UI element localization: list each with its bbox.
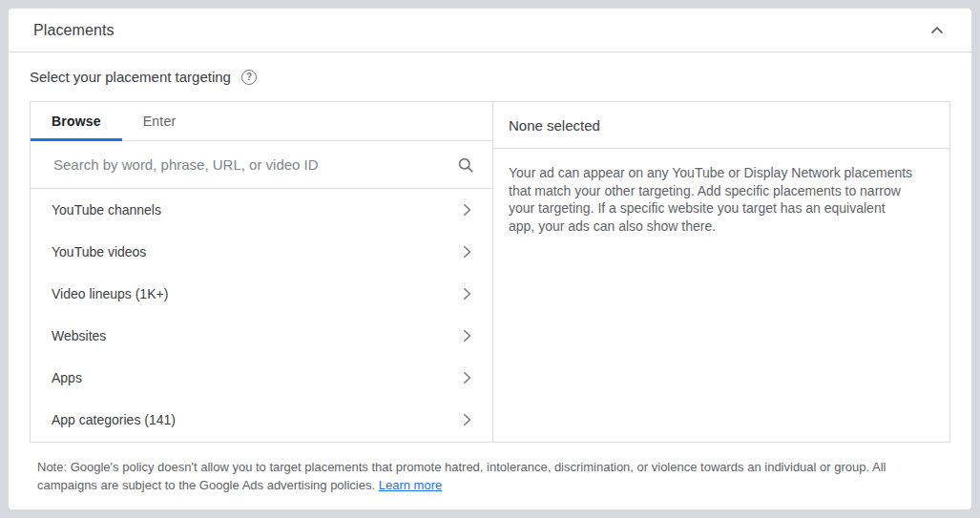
page-title: Placements bbox=[33, 22, 115, 39]
tab-browse-label: Browse bbox=[52, 114, 101, 129]
chevron-right-icon bbox=[458, 201, 475, 218]
list-item-youtube-videos[interactable]: YouTube videos bbox=[31, 231, 492, 273]
picker-tabs: Browse Enter bbox=[31, 102, 492, 141]
chevron-up-icon bbox=[928, 21, 947, 40]
tab-enter[interactable]: Enter bbox=[122, 102, 197, 140]
list-item-label: Websites bbox=[52, 328, 106, 343]
list-item-label: YouTube channels bbox=[52, 202, 161, 218]
selection-description: Your ad can appear on any YouTube or Dis… bbox=[493, 149, 928, 235]
placements-header: Placements bbox=[9, 9, 971, 52]
list-item-apps[interactable]: Apps bbox=[31, 357, 492, 399]
tab-enter-label: Enter bbox=[143, 114, 176, 129]
list-item-youtube-channels[interactable]: YouTube channels bbox=[31, 189, 492, 231]
browse-pane: Browse Enter bbox=[31, 102, 493, 442]
targeting-label-row: Select your placement targeting ? bbox=[30, 69, 950, 85]
chevron-right-icon bbox=[458, 327, 475, 344]
policy-note-text: Note: Google's policy doesn't allow you … bbox=[37, 460, 886, 492]
collapse-button[interactable] bbox=[926, 19, 949, 42]
search-icon bbox=[456, 155, 475, 175]
list-item-label: YouTube videos bbox=[52, 244, 146, 259]
selection-pane: None selected Your ad can appear on any … bbox=[493, 102, 949, 442]
chevron-right-icon bbox=[458, 369, 475, 386]
chevron-right-icon bbox=[458, 411, 475, 428]
category-list: YouTube channels YouTube videos bbox=[31, 189, 492, 442]
selection-header: None selected bbox=[493, 102, 949, 149]
tab-browse[interactable]: Browse bbox=[31, 102, 122, 140]
list-item-label: Apps bbox=[52, 370, 82, 385]
chevron-right-icon bbox=[458, 285, 475, 302]
policy-note: Note: Google's policy doesn't allow you … bbox=[30, 458, 950, 494]
placements-body: Select your placement targeting ? Browse… bbox=[9, 52, 971, 494]
help-icon[interactable]: ? bbox=[241, 70, 257, 85]
search-input[interactable] bbox=[52, 155, 456, 174]
chevron-right-icon bbox=[458, 243, 475, 260]
learn-more-link[interactable]: Learn more bbox=[379, 478, 442, 492]
list-item-label: App categories (141) bbox=[52, 412, 176, 427]
list-item-websites[interactable]: Websites bbox=[31, 315, 492, 357]
placement-picker: Browse Enter bbox=[30, 101, 950, 443]
list-item-video-lineups[interactable]: Video lineups (1K+) bbox=[31, 273, 492, 315]
list-item-app-categories[interactable]: App categories (141) bbox=[31, 399, 492, 441]
list-item-label: Video lineups (1K+) bbox=[52, 286, 168, 301]
search-row bbox=[31, 141, 492, 189]
targeting-label: Select your placement targeting bbox=[30, 69, 231, 85]
placements-card: Placements Select your placement targeti… bbox=[8, 8, 972, 510]
